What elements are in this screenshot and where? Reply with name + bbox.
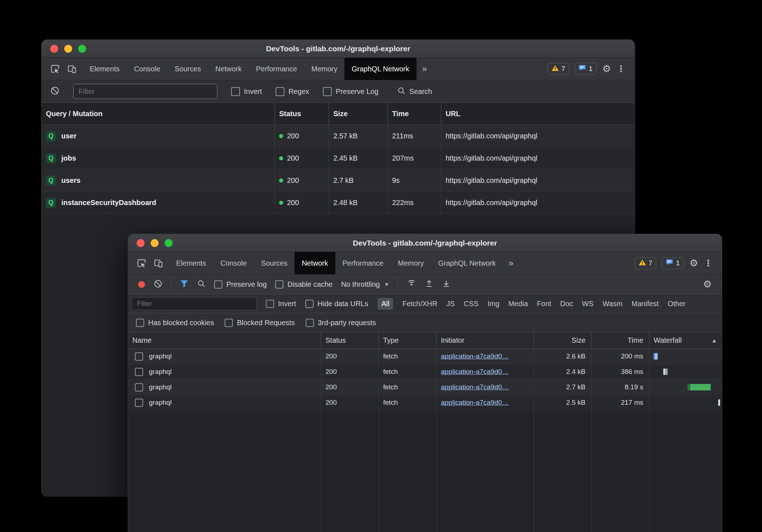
filter-funnel-icon[interactable]: [180, 280, 188, 289]
column-header-status[interactable]: Status: [275, 103, 329, 125]
filter-pill-css[interactable]: CSS: [464, 300, 479, 308]
tab-graphql-network[interactable]: GraphQL Network: [344, 58, 416, 80]
column-header-url[interactable]: URL: [441, 103, 635, 125]
third-party-requests-checkbox[interactable]: [306, 319, 314, 327]
throttling-select[interactable]: No throttling ▼: [341, 280, 389, 289]
zoom-button[interactable]: [165, 239, 173, 247]
warnings-badge[interactable]: 7: [635, 257, 657, 269]
inspect-icon[interactable]: [137, 258, 146, 268]
table-row-instance-security-dashboard[interactable]: Q instanceSecurityDashboard 200 2.48 kB …: [42, 192, 635, 214]
column-separator[interactable]: [321, 410, 321, 532]
column-header-time[interactable]: Time: [592, 332, 649, 348]
regex-checkbox[interactable]: [276, 87, 284, 96]
tab-console[interactable]: Console: [213, 252, 254, 274]
request-row[interactable]: graphql 200 fetch application-a7ca9d0… 2…: [128, 349, 722, 364]
column-separator[interactable]: [379, 410, 379, 532]
device-toolbar-icon[interactable]: [67, 64, 77, 74]
table-row-jobs[interactable]: Q jobs 200 2.45 kB 207ms https://gitlab.…: [42, 147, 635, 170]
initiator-link[interactable]: application-a7ca9d0…: [441, 352, 509, 360]
column-header-status[interactable]: Status: [321, 332, 379, 348]
hide-data-urls-checkbox[interactable]: [305, 300, 314, 308]
table-row-user[interactable]: Q user 200 2.57 kB 211ms https://gitlab.…: [42, 125, 635, 147]
column-separator[interactable]: [534, 410, 534, 532]
filter-pill-js[interactable]: JS: [446, 300, 455, 308]
record-button[interactable]: [138, 281, 145, 288]
tab-performance[interactable]: Performance: [335, 252, 391, 274]
column-separator[interactable]: [649, 410, 650, 532]
request-row[interactable]: graphql 200 fetch application-a7ca9d0… 2…: [128, 364, 722, 380]
device-toolbar-icon[interactable]: [154, 258, 163, 268]
table-row-users[interactable]: Q users 200 2.7 kB 9s https://gitlab.com…: [42, 170, 635, 192]
row-checkbox[interactable]: [135, 368, 143, 376]
column-header-initiator[interactable]: Initiator: [437, 332, 534, 348]
close-button[interactable]: [137, 239, 145, 247]
column-header-waterfall[interactable]: Waterfall ▲: [649, 332, 722, 348]
tab-elements[interactable]: Elements: [169, 252, 213, 274]
initiator-link[interactable]: application-a7ca9d0…: [441, 383, 509, 391]
request-row[interactable]: graphql 200 fetch application-a7ca9d0… 2…: [128, 380, 722, 395]
close-button[interactable]: [50, 45, 58, 53]
filter-input[interactable]: [73, 84, 217, 99]
minimize-button[interactable]: [64, 45, 72, 53]
initiator-link[interactable]: application-a7ca9d0…: [441, 399, 509, 407]
warnings-badge[interactable]: 7: [547, 63, 569, 75]
filter-pill-ws[interactable]: WS: [582, 300, 593, 308]
invert-checkbox[interactable]: [266, 300, 274, 308]
filter-pill-wasm[interactable]: Wasm: [602, 300, 622, 308]
kebab-menu-icon[interactable]: ⋮: [704, 259, 712, 267]
tab-sources[interactable]: Sources: [168, 58, 208, 80]
export-har-icon[interactable]: [442, 279, 451, 289]
minimize-button[interactable]: [151, 239, 159, 247]
column-header-size[interactable]: Size: [534, 332, 592, 348]
issues-badge[interactable]: 1: [662, 257, 684, 269]
filter-pill-font[interactable]: Font: [537, 300, 551, 308]
filter-pill-fetch-xhr[interactable]: Fetch/XHR: [402, 300, 437, 308]
more-tabs-icon[interactable]: »: [417, 58, 433, 80]
clear-icon[interactable]: [50, 86, 60, 97]
issues-badge[interactable]: 1: [575, 63, 597, 75]
filter-pill-manifest[interactable]: Manifest: [631, 300, 659, 308]
invert-checkbox[interactable]: [231, 87, 240, 96]
column-header-name[interactable]: Name: [128, 332, 321, 348]
tab-performance[interactable]: Performance: [249, 58, 305, 80]
preserve-log-checkbox[interactable]: [214, 280, 222, 289]
blocked-requests-checkbox[interactable]: [225, 319, 233, 327]
filter-pill-media[interactable]: Media: [508, 300, 528, 308]
zoom-button[interactable]: [78, 45, 86, 53]
clear-icon[interactable]: [154, 279, 163, 290]
tab-graphql-network[interactable]: GraphQL Network: [431, 252, 503, 274]
network-settings-gear-icon[interactable]: ⚙: [703, 280, 712, 289]
more-tabs-icon[interactable]: »: [503, 252, 519, 274]
titlebar[interactable]: DevTools - gitlab.com/-/graphql-explorer: [42, 40, 635, 58]
filter-pill-doc[interactable]: Doc: [560, 300, 573, 308]
kebab-menu-icon[interactable]: ⋮: [617, 65, 625, 73]
row-checkbox[interactable]: [135, 399, 143, 407]
search-button[interactable]: Search: [397, 86, 432, 97]
search-icon[interactable]: [197, 279, 206, 289]
settings-gear-icon[interactable]: ⚙: [602, 64, 611, 74]
titlebar[interactable]: DevTools - gitlab.com/-/graphql-explorer: [128, 234, 722, 252]
column-header-size[interactable]: Size: [329, 103, 388, 125]
filter-pill-other[interactable]: Other: [668, 300, 686, 308]
disable-cache-checkbox[interactable]: [275, 280, 283, 289]
tab-memory[interactable]: Memory: [391, 252, 431, 274]
column-separator[interactable]: [437, 410, 437, 532]
filter-pill-all[interactable]: All: [377, 298, 393, 310]
tab-network[interactable]: Network: [208, 58, 249, 80]
initiator-link[interactable]: application-a7ca9d0…: [441, 368, 509, 376]
column-header-type[interactable]: Type: [379, 332, 437, 348]
request-row[interactable]: graphql 200 fetch application-a7ca9d0… 2…: [128, 395, 722, 410]
tab-network[interactable]: Network: [295, 252, 335, 274]
column-header-time[interactable]: Time: [388, 103, 441, 125]
import-har-icon[interactable]: [425, 279, 433, 289]
column-separator[interactable]: [592, 410, 592, 532]
has-blocked-cookies-checkbox[interactable]: [136, 319, 144, 327]
row-checkbox[interactable]: [135, 352, 143, 361]
tab-sources[interactable]: Sources: [254, 252, 295, 274]
tab-memory[interactable]: Memory: [304, 58, 344, 80]
row-checkbox[interactable]: [135, 383, 143, 391]
tab-elements[interactable]: Elements: [83, 58, 127, 80]
inspect-icon[interactable]: [50, 64, 60, 74]
preserve-log-checkbox[interactable]: [323, 87, 332, 96]
network-conditions-icon[interactable]: [407, 279, 416, 290]
